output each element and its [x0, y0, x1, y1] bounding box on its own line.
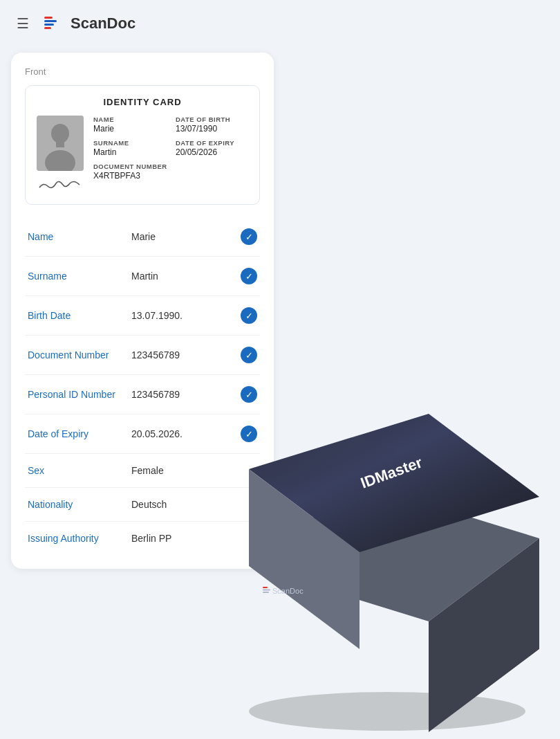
check-icon: ✓ — [241, 307, 257, 324]
front-label: Front — [25, 66, 260, 77]
card-surname-value: Martin — [93, 147, 167, 157]
svg-rect-0 — [44, 17, 53, 19]
main-panel: Front IDENTITY CARD — [11, 53, 274, 569]
row-label: Date of Expiry — [28, 428, 131, 439]
card-name-value: Marie — [93, 124, 167, 134]
row-value: 20.05.2026. — [131, 428, 241, 439]
card-docnum-field: Document number X4RTBPFA3 — [93, 163, 250, 181]
id-card: IDENTITY CARD — [25, 85, 260, 205]
check-icon: ✓ — [241, 426, 257, 442]
data-rows: NameMarie✓SurnameMartin✓Birth Date13.07.… — [25, 217, 260, 555]
card-dob-label: DATE OF BIRTH — [176, 116, 250, 123]
id-card-photo — [37, 116, 84, 171]
svg-point-5 — [51, 124, 69, 143]
header: ☰ ScanDoc — [0, 0, 560, 47]
menu-icon[interactable]: ☰ — [17, 15, 29, 32]
data-row: SexFemale — [25, 454, 260, 488]
id-card-title: IDENTITY CARD — [35, 97, 250, 107]
data-row: Date of Expiry20.05.2026.✓ — [25, 414, 260, 454]
card-docnum-label: Document number — [93, 163, 250, 170]
row-label: Issuing Authority — [28, 533, 131, 544]
card-dob-field: DATE OF BIRTH 13/07/1990 — [176, 116, 250, 134]
data-row: NameMarie✓ — [25, 217, 260, 257]
row-value: 13.07.1990. — [131, 310, 241, 321]
row-value: Martin — [131, 271, 241, 282]
logo-scan: Scan — [71, 15, 107, 32]
svg-rect-16 — [263, 592, 269, 593]
card-surname-label: SURNAME — [93, 139, 167, 147]
svg-point-8 — [249, 692, 525, 731]
row-label: Name — [28, 231, 131, 242]
svg-rect-7 — [56, 140, 64, 147]
card-dob-value: 13/07/1990 — [176, 124, 250, 134]
card-surname-field: SURNAME Martin — [93, 139, 167, 157]
svg-rect-3 — [44, 27, 51, 29]
data-row: Issuing AuthorityBerlin PP — [25, 522, 260, 555]
logo-text: ScanDoc — [71, 15, 136, 33]
data-row: SurnameMartin✓ — [25, 257, 260, 296]
row-value: Berlin PP — [131, 533, 257, 544]
check-icon: ✓ — [241, 386, 257, 403]
row-label: Personal ID Number — [28, 389, 131, 400]
svg-rect-1 — [44, 20, 57, 22]
check-icon: ✓ — [241, 268, 257, 284]
svg-marker-12 — [249, 435, 442, 507]
photo-silhouette — [37, 116, 84, 171]
svg-rect-2 — [44, 24, 54, 26]
row-value: Female — [131, 465, 257, 476]
row-label: Surname — [28, 271, 131, 282]
check-icon: ✓ — [241, 347, 257, 363]
id-card-photo-col — [35, 116, 85, 193]
row-label: Birth Date — [28, 310, 131, 321]
card-docnum-value: X4RTBPFA3 — [93, 171, 250, 181]
row-value: 123456789 — [131, 349, 241, 361]
row-value: Deutsch — [131, 499, 257, 510]
svg-marker-10 — [429, 538, 539, 732]
svg-rect-14 — [263, 587, 268, 588]
check-icon: ✓ — [241, 228, 257, 245]
device-brand-text: IDMaster — [358, 453, 424, 491]
id-card-fields: NAME Marie DATE OF BIRTH 13/07/1990 SURN… — [93, 116, 250, 181]
id-card-body: NAME Marie DATE OF BIRTH 13/07/1990 SURN… — [35, 116, 250, 193]
id-card-signature — [37, 176, 84, 193]
data-row: Birth Date13.07.1990.✓ — [25, 296, 260, 336]
svg-marker-9 — [249, 483, 539, 621]
card-expiry-value: 20/05/2026 — [176, 147, 250, 157]
row-label: Sex — [28, 465, 131, 476]
logo-icon — [43, 12, 65, 35]
row-value: 123456789 — [131, 389, 241, 400]
row-label: Document Number — [28, 349, 131, 361]
data-row: Personal ID Number123456789✓ — [25, 375, 260, 414]
svg-rect-15 — [263, 590, 270, 591]
logo: ScanDoc — [43, 12, 136, 35]
card-name-field: NAME Marie — [93, 116, 167, 134]
logo-doc: Doc — [107, 15, 136, 32]
svg-text:ScanDoc: ScanDoc — [272, 587, 304, 595]
row-value: Marie — [131, 231, 241, 242]
card-name-label: NAME — [93, 116, 167, 123]
card-expiry-label: DATE OF EXPIRY — [176, 139, 250, 147]
card-expiry-field: DATE OF EXPIRY 20/05/2026 — [176, 139, 250, 157]
data-row: NationalityDeutsch — [25, 488, 260, 522]
data-row: Document Number123456789✓ — [25, 336, 260, 375]
row-label: Nationality — [28, 499, 131, 510]
svg-marker-11 — [249, 414, 539, 552]
